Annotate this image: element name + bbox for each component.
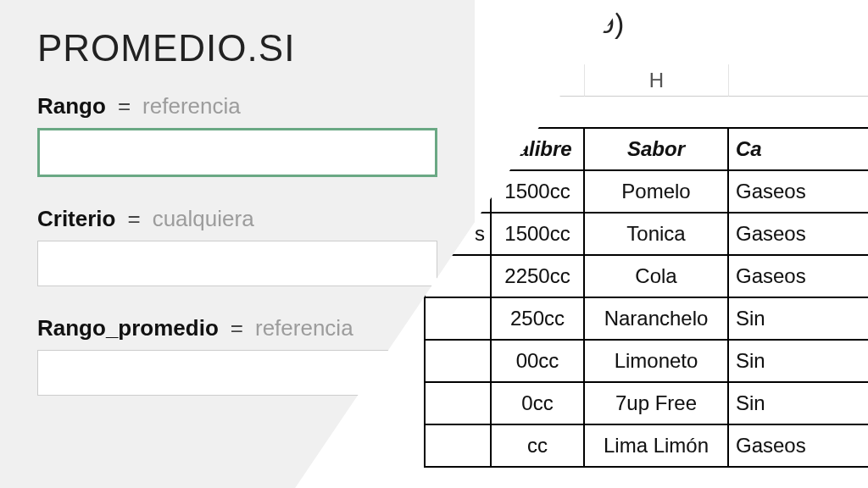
cell[interactable]: 1500cc — [492, 214, 585, 256]
cell[interactable] — [424, 425, 492, 468]
table-row: 00cc Limoneto Sin — [424, 341, 868, 383]
arg-row-rango: Rango = referencia — [37, 93, 437, 197]
col-letter-i[interactable] — [729, 64, 868, 97]
cell[interactable]: Naranchelo — [585, 298, 729, 341]
header-cell[interactable]: Ca — [729, 129, 868, 171]
function-name-title: PROMEDIO.SI — [37, 27, 437, 69]
cell[interactable]: Sin — [729, 341, 868, 383]
col-letter-g[interactable]: G — [492, 64, 585, 97]
arg-label-line: Rango = referencia — [37, 93, 437, 119]
cell[interactable]: Lima Limón — [585, 425, 729, 468]
equals-sign: = — [127, 206, 140, 232]
cell[interactable]: cc — [492, 425, 585, 468]
arg-name-rango-promedio: Rango_promedio — [37, 315, 219, 341]
header-calibre[interactable]: Calibre — [492, 129, 585, 171]
arg-name-criterio: Criterio — [37, 206, 115, 232]
equals-sign: = — [118, 93, 131, 119]
header-sabor[interactable]: Sabor — [585, 129, 729, 171]
column-letter-row: G H — [424, 64, 868, 97]
cell[interactable]: 250cc — [492, 298, 585, 341]
col-letter-h[interactable]: H — [585, 64, 729, 97]
data-grid: Calibre Sabor Ca os 1500cc Pomelo Gaseos… — [424, 127, 868, 468]
cell[interactable]: Sin — [729, 298, 868, 341]
cell[interactable]: Gaseos — [729, 214, 868, 256]
table-row: 0cc 7up Free Sin — [424, 383, 868, 425]
arg-hint-criterio: cualquiera — [153, 206, 254, 232]
arg-input-rango[interactable] — [37, 128, 437, 177]
arg-hint-rango: referencia — [142, 93, 241, 119]
cell[interactable] — [424, 383, 492, 425]
cell[interactable]: Sin — [729, 383, 868, 425]
table-row: 2250cc Cola Gaseos — [424, 256, 868, 298]
cell[interactable]: Gaseos — [729, 256, 868, 298]
cell[interactable]: Gaseos — [729, 171, 868, 214]
cell[interactable]: Tonica — [585, 214, 729, 256]
cell[interactable]: 0cc — [492, 383, 585, 425]
cell[interactable]: Pomelo — [585, 171, 729, 214]
arg-label-line: Criterio = cualquiera — [37, 206, 437, 232]
cell[interactable]: Gaseos — [729, 425, 868, 468]
cell[interactable]: 7up Free — [585, 383, 729, 425]
cell[interactable]: 1500cc — [492, 171, 585, 214]
cell[interactable] — [424, 341, 492, 383]
cell[interactable]: Limoneto — [585, 341, 729, 383]
arg-row-criterio: Criterio = cualquiera — [37, 206, 437, 307]
table-row: 250cc Naranchelo Sin — [424, 298, 868, 341]
cell[interactable]: 2250cc — [492, 256, 585, 298]
arg-name-rango: Rango — [37, 93, 106, 119]
table-row: s 1500cc Tonica Gaseos — [424, 214, 868, 256]
cell[interactable]: 00cc — [492, 341, 585, 383]
arg-input-criterio[interactable] — [37, 241, 437, 286]
table-row: cc Lima Limón Gaseos — [424, 425, 868, 468]
cell[interactable]: Cola — [585, 256, 729, 298]
arg-hint-rango-promedio: referencia — [255, 315, 353, 341]
equals-sign: = — [231, 315, 243, 341]
table-header-row: Calibre Sabor Ca — [424, 129, 868, 171]
table-row: os 1500cc Pomelo Gaseos — [424, 171, 868, 214]
arg-label-line: Rango_promedio = referencia — [37, 315, 437, 341]
cell[interactable] — [424, 298, 492, 341]
